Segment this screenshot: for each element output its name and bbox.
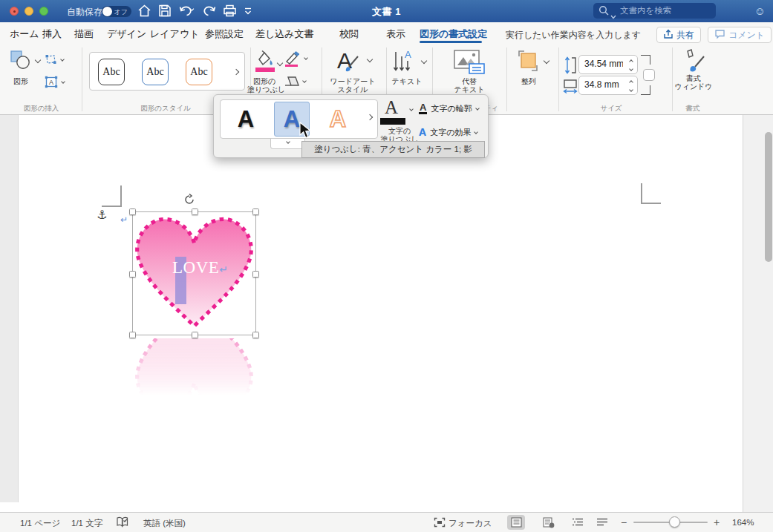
shape-height-icon (564, 56, 577, 77)
tab-review[interactable]: 校閲 (339, 27, 359, 41)
document-canvas[interactable]: ⚓ ↵ LOVE↵ (0, 115, 773, 512)
wordart-styles-popup: A A A A 文字の塗りつぶし A 文字の輪郭 A 文字の効果 (213, 94, 489, 158)
shape-height-input[interactable] (584, 59, 623, 69)
group-label-insert-shapes: 図形の挿入 (13, 104, 69, 114)
shape-style-blue[interactable]: Abc (142, 59, 169, 85)
language-indicator[interactable]: 英語 (米国) (143, 518, 186, 529)
resize-handle-w[interactable] (129, 271, 136, 278)
shape-outline-button[interactable] (284, 50, 301, 70)
text-box-button[interactable]: A (45, 76, 58, 91)
shape-height-field[interactable] (578, 55, 638, 74)
wordart-styles-button[interactable]: A (334, 47, 365, 77)
share-button[interactable]: 共有 (656, 27, 701, 43)
search-icon (598, 5, 610, 19)
chevron-down-icon (302, 79, 307, 83)
text-fill-color-swatch (380, 118, 405, 125)
tab-view[interactable]: 表示 (386, 27, 405, 41)
shape-effects-button[interactable] (284, 76, 300, 91)
chevron-down-icon (35, 57, 41, 63)
zoom-level[interactable]: 164% (732, 518, 754, 527)
search-box[interactable] (593, 3, 716, 19)
resize-handle-e[interactable] (252, 271, 259, 278)
tab-references[interactable]: 参照設定 (205, 27, 244, 41)
view-print-layout-button[interactable] (507, 515, 525, 530)
chevron-down-icon (61, 79, 65, 84)
vertical-scrollbar[interactable] (743, 115, 773, 512)
tab-shape-format[interactable]: 図形の書式設定 (420, 27, 487, 41)
text-fill-button[interactable]: A 文字の塗りつぶし (379, 97, 420, 143)
page-count[interactable]: 1/1 ページ (20, 518, 60, 529)
insert-shape-button[interactable] (7, 49, 40, 79)
zoom-slider-knob[interactable] (669, 516, 680, 528)
share-icon (663, 29, 673, 42)
format-pane-button[interactable] (682, 49, 707, 77)
chevron-down-icon (304, 56, 308, 60)
heart-reflection (131, 338, 258, 420)
tab-insert[interactable]: 挿入 (42, 27, 62, 41)
feedback-smiley-icon[interactable]: ☺ (754, 4, 766, 17)
wordart-icon: A (334, 64, 365, 76)
edit-points-icon (45, 55, 57, 68)
group-label-format: 書式 (676, 104, 710, 114)
focus-mode-label[interactable]: フォーカス (449, 518, 492, 529)
width-stepper[interactable] (627, 79, 635, 93)
view-outline-button[interactable] (569, 515, 587, 530)
format-pane-label: 書式ウィンドウ (674, 74, 713, 91)
tab-layout[interactable]: レイアウト (150, 27, 200, 41)
group-divider (558, 47, 559, 111)
resize-handle-sw[interactable] (129, 332, 136, 338)
align-button[interactable] (516, 49, 540, 76)
comment-button[interactable]: コメント (708, 27, 772, 43)
tab-draw[interactable]: 描画 (74, 27, 94, 41)
align-icon (516, 62, 540, 75)
wordart-style-black[interactable]: A (228, 102, 264, 137)
edit-shape-button[interactable] (45, 53, 57, 68)
search-scope-chevron-icon[interactable] (610, 9, 616, 22)
scrollbar-thumb[interactable] (765, 132, 772, 262)
text-direction-button[interactable]: A (392, 49, 419, 77)
zoom-out-button[interactable]: − (621, 516, 627, 528)
shape-style-black[interactable]: Abc (98, 59, 125, 85)
resize-handle-n[interactable] (192, 208, 198, 215)
lock-aspect-ratio-checkbox[interactable] (643, 69, 655, 81)
shape-effects-icon (284, 76, 300, 88)
tab-home[interactable]: ホーム (10, 27, 39, 41)
wordart-style-orange-outline[interactable]: A (320, 102, 356, 137)
text-effects-button[interactable]: A 文字の効果 (419, 125, 487, 139)
word-window: 自動保存 オフ 文書 1 (0, 0, 773, 532)
paragraph-return-icon: ↵ (120, 214, 128, 225)
resize-handle-ne[interactable] (252, 208, 259, 215)
search-input[interactable] (620, 4, 712, 17)
resize-handle-nw[interactable] (129, 208, 136, 215)
shape-width-field[interactable] (578, 76, 638, 95)
gallery-more-icon[interactable] (233, 69, 239, 75)
rotate-handle[interactable] (183, 194, 195, 208)
shape-width-input[interactable] (584, 79, 623, 90)
height-stepper[interactable] (627, 58, 635, 73)
tell-me-input[interactable]: 実行したい作業内容を入力します (506, 29, 641, 42)
resize-handle-s[interactable] (192, 332, 198, 338)
gallery-more-icon[interactable] (367, 114, 373, 120)
text-fill-icon: A (385, 97, 398, 118)
view-draft-button[interactable] (593, 515, 611, 530)
resize-handle-se[interactable] (252, 332, 259, 338)
tab-mailings[interactable]: 差し込み文書 (255, 27, 314, 41)
svg-text:A: A (405, 49, 411, 60)
alt-text-button[interactable] (453, 49, 486, 77)
chevron-down-icon (286, 139, 290, 144)
word-count[interactable]: 1/1 文字 (71, 518, 102, 529)
proofing-status-icon[interactable] (116, 516, 129, 530)
lock-ratio-bracket-top (641, 55, 650, 65)
zoom-in-button[interactable]: + (714, 516, 720, 528)
tab-design[interactable]: デザイン (107, 27, 146, 41)
shape-style-orange[interactable]: Abc (186, 59, 212, 85)
chevron-down-icon (475, 106, 480, 111)
shape-fill-button[interactable] (252, 49, 276, 76)
chevron-down-icon (60, 57, 65, 62)
title-bar: 自動保存 オフ 文書 1 (0, 0, 773, 22)
text-box-icon: A (45, 78, 58, 91)
view-web-layout-button[interactable] (540, 515, 558, 530)
text-outline-button[interactable]: A 文字の輪郭 (419, 102, 487, 115)
focus-mode-icon[interactable] (434, 517, 446, 529)
shape-width-icon (563, 79, 578, 98)
